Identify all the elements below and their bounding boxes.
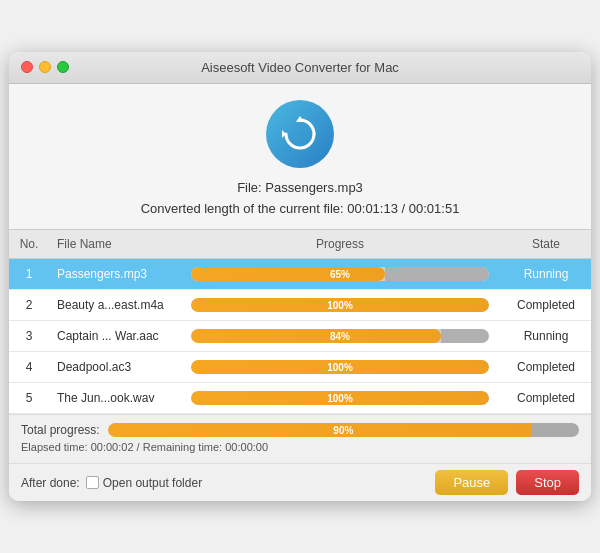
total-progress-bar: 90%	[108, 423, 579, 437]
icon-area: File: Passengers.mp3 Converted length of…	[9, 84, 591, 230]
table-header: No. File Name Progress State	[9, 229, 591, 259]
row-progress: 100%	[179, 358, 501, 376]
row-progress: 65%	[179, 265, 501, 283]
progress-bar: 100%	[191, 298, 489, 312]
row-no: 1	[9, 265, 49, 283]
table-row[interactable]: 5 The Jun...ook.wav 100% Completed	[9, 383, 591, 414]
row-progress: 100%	[179, 296, 501, 314]
converted-label: Converted length of the current file: 00…	[141, 199, 460, 220]
titlebar: Aiseesoft Video Converter for Mac	[9, 52, 591, 84]
row-state: Completed	[501, 358, 591, 376]
open-output-checkbox[interactable]	[86, 476, 99, 489]
table-row[interactable]: 1 Passengers.mp3 65% Running	[9, 259, 591, 290]
progress-label: 100%	[191, 360, 489, 374]
stop-button[interactable]: Stop	[516, 470, 579, 495]
progress-label: 65%	[191, 267, 489, 281]
col-no: No.	[9, 235, 49, 253]
elapsed-row: Elapsed time: 00:00:02 / Remaining time:…	[21, 441, 579, 453]
row-filename: Beauty a...east.m4a	[49, 296, 179, 314]
main-window: Aiseesoft Video Converter for Mac File: …	[9, 52, 591, 502]
progress-bar: 100%	[191, 360, 489, 374]
row-state: Completed	[501, 296, 591, 314]
maximize-button[interactable]	[57, 61, 69, 73]
after-done-label: After done:	[21, 476, 80, 490]
row-state: Running	[501, 327, 591, 345]
close-button[interactable]	[21, 61, 33, 73]
progress-bar: 84%	[191, 329, 489, 343]
convert-icon-circle	[266, 100, 334, 168]
pause-button[interactable]: Pause	[435, 470, 508, 495]
file-label: File: Passengers.mp3	[141, 178, 460, 199]
row-state: Completed	[501, 389, 591, 407]
row-progress: 100%	[179, 389, 501, 407]
row-filename: Passengers.mp3	[49, 265, 179, 283]
file-info: File: Passengers.mp3 Converted length of…	[141, 178, 460, 220]
row-filename: Captain ... War.aac	[49, 327, 179, 345]
col-filename: File Name	[49, 235, 179, 253]
file-table: No. File Name Progress State 1 Passenger…	[9, 229, 591, 414]
footer-progress: Total progress: 90% Elapsed time: 00:00:…	[9, 414, 591, 463]
row-filename: Deadpool.ac3	[49, 358, 179, 376]
col-progress: Progress	[179, 235, 501, 253]
row-no: 2	[9, 296, 49, 314]
progress-label: 84%	[191, 329, 489, 343]
progress-bar: 100%	[191, 391, 489, 405]
table-rows: 1 Passengers.mp3 65% Running 2 Beauty a.…	[9, 259, 591, 414]
window-title: Aiseesoft Video Converter for Mac	[201, 60, 399, 75]
total-label: Total progress:	[21, 423, 100, 437]
open-output-label: Open output folder	[103, 476, 202, 490]
convert-icon	[280, 114, 320, 154]
row-progress: 84%	[179, 327, 501, 345]
row-no: 3	[9, 327, 49, 345]
after-done-row: After done: Open output folder Pause Sto…	[9, 463, 591, 501]
row-filename: The Jun...ook.wav	[49, 389, 179, 407]
total-progress-label: 90%	[108, 423, 579, 437]
col-state: State	[501, 235, 591, 253]
row-no: 4	[9, 358, 49, 376]
minimize-button[interactable]	[39, 61, 51, 73]
progress-bar: 65%	[191, 267, 489, 281]
row-no: 5	[9, 389, 49, 407]
table-row[interactable]: 3 Captain ... War.aac 84% Running	[9, 321, 591, 352]
progress-label: 100%	[191, 298, 489, 312]
progress-label: 100%	[191, 391, 489, 405]
table-row[interactable]: 4 Deadpool.ac3 100% Completed	[9, 352, 591, 383]
table-row[interactable]: 2 Beauty a...east.m4a 100% Completed	[9, 290, 591, 321]
total-progress-row: Total progress: 90%	[21, 423, 579, 437]
row-state: Running	[501, 265, 591, 283]
traffic-lights	[21, 61, 69, 73]
